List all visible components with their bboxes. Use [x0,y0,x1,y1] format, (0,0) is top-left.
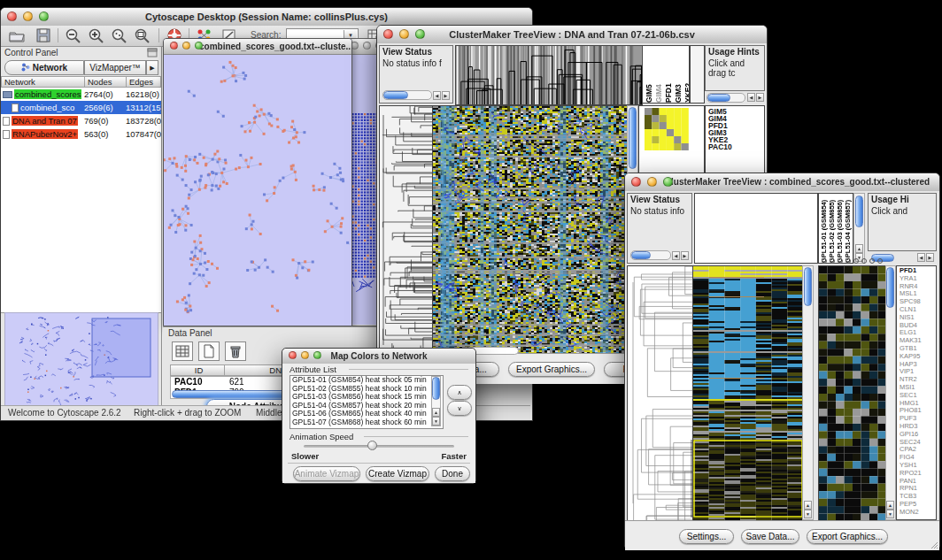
gene-label[interactable]: YKE2 [708,136,764,143]
column-header-nodes[interactable]: Nodes [84,76,127,88]
gene-label[interactable]: SEC1 [900,392,936,400]
zoom-fit-icon[interactable] [134,27,151,43]
resize-grip-icon[interactable] [930,541,938,549]
gene-label[interactable]: MSL1 [900,290,936,298]
gene-vscrollbar[interactable] [886,267,894,308]
gene-label[interactable]: MON2 [900,509,936,517]
float-panel-icon[interactable] [147,48,158,58]
scroll-left-icon[interactable]: ◀ [917,253,925,262]
zoom-window-icon[interactable] [313,351,321,359]
animation-speed-slider-track[interactable] [304,445,454,448]
export-graphics-button[interactable]: Export Graphics... [508,362,595,377]
export-graphics-button[interactable]: Export Graphics... [807,529,888,544]
treeview-combined-titlebar[interactable]: ClusterMaker TreeView : combined_scores_… [625,173,939,192]
gene-label[interactable]: GPI16 [900,431,936,439]
zoom-selected-icon[interactable] [111,27,128,43]
network-canvas[interactable] [164,55,350,325]
gene-label[interactable]: FIG4 [900,454,936,462]
gene-label[interactable]: YRA1 [900,275,936,283]
tab-overflow-button[interactable]: ▶ [146,60,158,75]
scroll-up-icon[interactable]: ▲ [855,244,863,253]
gene-label[interactable]: GIM3 [708,129,764,136]
animate-vizmap-button[interactable]: Animate Vizmap [293,466,360,481]
gene-label[interactable]: MSI1 [900,384,936,392]
zoom-window-icon[interactable] [415,29,425,39]
heatmap-vscrollbar[interactable] [804,267,812,306]
gene-label[interactable]: RPN1 [900,485,936,493]
save-icon[interactable] [35,27,52,43]
scroll-up-icon[interactable]: ▲ [804,501,812,510]
gene-label[interactable]: ELG1 [900,329,936,337]
network-row[interactable]: DNA and Tran 07 769(0) 183728(0) [1,114,161,127]
zoom-window-icon[interactable] [195,42,203,50]
network-view-titlebar[interactable]: combined_scores_good.txt--cluste... [164,39,351,55]
tab-vizmapper[interactable]: VizMapper™ [84,60,146,75]
scroll-down-icon[interactable]: ▼ [804,510,812,518]
gene-label[interactable]: GTB1 [900,345,936,353]
array-vscrollbar[interactable] [855,196,863,227]
scroll-left-icon[interactable]: ◀ [672,251,680,260]
minimize-icon[interactable] [182,42,190,50]
gene-dendrogram[interactable] [627,265,694,522]
data-column-id[interactable]: ID [170,364,225,376]
gene-label[interactable]: HAP3 [900,361,936,369]
gene-labels-panel[interactable]: PFD1YRA1RNR4MSL1SPC98CLN1NIS1BUD4ELG1MAK… [896,265,937,520]
gene-label[interactable]: BUD4 [900,322,936,330]
zoom-window-icon[interactable] [39,12,49,21]
array-dendrogram-area[interactable] [694,193,818,264]
zoom-out-icon[interactable] [65,27,82,43]
tab-network[interactable]: Network [4,60,84,75]
create-vizmap-button[interactable]: Create Vizmap [366,466,429,481]
network-row[interactable]: combined_scores 2764(0) 16218(0) [1,88,161,101]
minimize-icon[interactable] [301,351,309,359]
gene-label[interactable]: YSH1 [900,462,936,470]
minimize-icon[interactable] [363,42,371,50]
network-row[interactable]: RNAPuberNov2+ 563(0) 107847(0) [1,127,161,141]
array-dendrogram[interactable] [455,45,643,105]
gene-label[interactable]: MAK31 [900,337,936,345]
zoom-window-icon[interactable] [663,177,673,187]
heatmap-vscrollbar[interactable] [629,107,637,169]
gene-label[interactable]: PEP5 [900,501,936,509]
gene-label[interactable]: TCB3 [900,493,936,501]
zoom-heatmap[interactable] [818,265,887,522]
array-labels-panel[interactable]: GPL51-01 (GSM854)GPL51-02 (GSM855)GPL51-… [818,193,853,264]
usage-hints-hscrollbar[interactable] [707,94,730,102]
move-down-button[interactable]: ∨ [447,401,472,416]
gene-label[interactable]: HMG1 [900,400,936,408]
scroll-left-icon[interactable]: ◀ [433,91,441,100]
settings-button[interactable]: Settings... [679,529,734,544]
gene-label[interactable]: SPC98 [900,298,936,306]
zoom-heatmap-matrix[interactable] [645,108,689,150]
gene-label[interactable]: PUF3 [900,415,936,423]
close-icon[interactable] [7,12,17,21]
gene-label[interactable]: PFD1 [900,267,936,275]
gene-dendrogram[interactable] [379,105,434,355]
treeview-dna-titlebar[interactable]: ClusterMaker TreeView : DNA and Tran 07-… [377,26,767,44]
gene-label[interactable]: PAN1 [900,478,936,486]
minimize-icon[interactable] [647,177,657,187]
close-icon[interactable] [289,351,297,359]
column-header-edges[interactable]: Edges [126,76,161,88]
gene-label[interactable]: PFD1 [708,122,764,129]
gene-label[interactable]: GIM5 [708,108,764,115]
gene-label[interactable]: SEC24 [900,439,936,447]
attrlist-vscrollbar[interactable] [432,377,440,400]
gene-label[interactable]: KAP95 [900,353,936,361]
scroll-right-icon[interactable]: ▶ [926,253,934,262]
delete-attribute-icon[interactable] [225,341,246,361]
gene-label[interactable]: HRD3 [900,423,936,431]
gene-label[interactable]: PHO81 [900,407,936,415]
gene-label[interactable]: NTR2 [900,376,936,384]
global-heatmap[interactable] [432,105,629,355]
gene-label[interactable]: RNR4 [900,283,936,291]
gene-label[interactable]: NIS1 [900,314,936,322]
network-row-selected[interactable]: combined_sco 2569(6) 13112(15) [1,101,161,114]
close-icon[interactable] [631,177,641,187]
array-labels-panel[interactable]: GIM5GIM4PFD1GIM3YKE2PAC10 [642,45,690,104]
zoom-in-icon[interactable] [88,27,105,43]
gene-label[interactable]: RPO21 [900,470,936,478]
scroll-right-icon[interactable]: ▶ [681,251,689,260]
new-attribute-icon[interactable] [198,341,220,361]
gene-label[interactable]: PAC10 [708,143,764,150]
